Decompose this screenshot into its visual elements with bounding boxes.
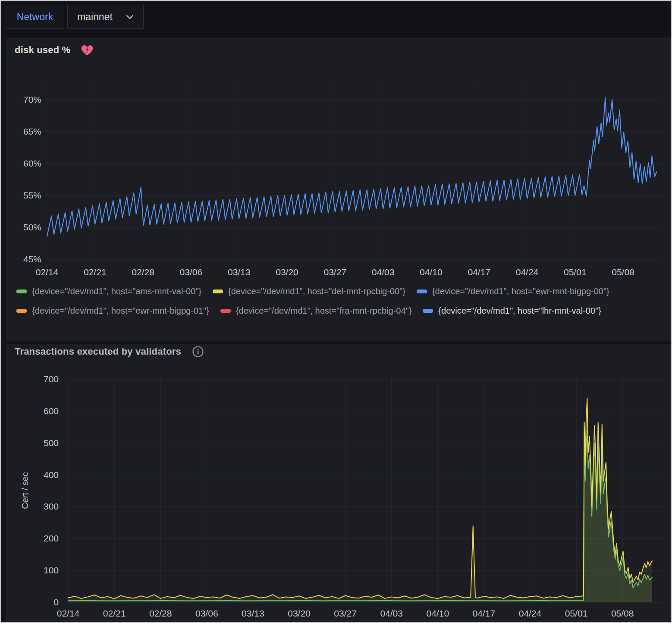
legend-swatch [213, 289, 223, 293]
x-tick-label: 05/08 [602, 608, 643, 619]
y-tick-label: 45% [5, 254, 41, 265]
x-tick-label: 03/06 [186, 608, 227, 619]
transactions-chart[interactable] [7, 344, 670, 620]
legend-label: {device="/dev/md1", host="ams-mnt-val-00… [32, 286, 201, 296]
x-tick-label: 04/10 [417, 608, 458, 619]
legend-item[interactable]: {device="/dev/md1", host="ewr-mnt-bigpg-… [16, 304, 209, 317]
x-tick-label: 02/14 [47, 608, 89, 619]
x-tick-label: 04/03 [362, 267, 404, 278]
network-label: Network [17, 11, 53, 23]
y-tick-label: 400 [22, 469, 59, 481]
y-tick-label: 700 [22, 374, 59, 385]
legend-swatch [417, 289, 427, 293]
x-tick-label: 04/17 [463, 608, 505, 619]
x-tick-label: 05/01 [554, 267, 596, 278]
x-tick-label: 03/13 [232, 608, 273, 619]
x-tick-label: 04/17 [458, 267, 500, 278]
x-tick-label: 04/03 [371, 608, 412, 619]
x-tick-label: 04/24 [509, 608, 551, 619]
legend-label: {device="/dev/md1", host="del-mnt-rpcbig… [228, 286, 405, 296]
y-tick-label: 300 [22, 501, 59, 512]
panel-transactions: Transactions executed by validators Cert… [6, 344, 671, 621]
legend-label: {device="/dev/md1", host="ewr-mnt-bigpg-… [432, 286, 609, 296]
y-tick-label: 65% [5, 126, 41, 137]
x-tick-label: 02/21 [74, 267, 116, 278]
legend-swatch [16, 309, 27, 313]
legend-swatch [16, 289, 27, 293]
x-tick-label: 05/01 [556, 608, 597, 619]
legend-swatch [423, 309, 433, 313]
y-tick-label: 50% [5, 222, 41, 233]
x-tick-label: 05/08 [603, 267, 644, 278]
legend-swatch [220, 309, 231, 313]
legend-item[interactable]: {device="/dev/md1", host="del-mnt-rpcbig… [213, 285, 405, 298]
y-tick-label: 70% [5, 94, 41, 105]
x-tick-label: 04/24 [506, 267, 548, 278]
y-tick-label: 100 [22, 565, 59, 576]
variable-label-network: Network [6, 5, 64, 29]
x-tick-label: 03/20 [267, 267, 308, 278]
y-tick-label: 60% [5, 158, 41, 169]
legend-item[interactable]: {device="/dev/md1", host="ewr-mnt-bigpg-… [417, 285, 609, 298]
x-tick-label: 02/28 [122, 267, 164, 278]
y-tick-label: 600 [22, 406, 59, 417]
x-tick-label: 03/06 [170, 267, 212, 278]
grafana-dashboard: { "header": { "network_label": "Network"… [0, 0, 672, 623]
legend-label: {device="/dev/md1", host="lhr-mnt-val-00… [438, 306, 601, 316]
x-tick-label: 02/21 [94, 608, 135, 619]
legend-item[interactable]: {device="/dev/md1", host="fra-mnt-rpcbig… [220, 304, 412, 317]
x-tick-label: 03/27 [314, 267, 356, 278]
x-tick-label: 02/28 [140, 608, 181, 619]
network-dropdown-value: mainnet [77, 11, 113, 23]
legend: {device="/dev/md1", host="ams-mnt-val-00… [16, 285, 663, 317]
x-tick-label: 03/20 [279, 608, 320, 619]
legend-label: {device="/dev/md1", host="fra-mnt-rpcbig… [236, 306, 412, 316]
legend-label: {device="/dev/md1", host="ewr-mnt-bigpg-… [32, 306, 209, 316]
y-tick-label: 55% [5, 190, 41, 201]
chevron-down-icon [126, 15, 134, 19]
x-tick-label: 02/14 [26, 267, 68, 278]
y-tick-label: 500 [22, 437, 59, 449]
legend-item[interactable]: {device="/dev/md1", host="lhr-mnt-val-00… [423, 304, 601, 317]
legend-item[interactable]: {device="/dev/md1", host="ams-mnt-val-00… [16, 285, 201, 298]
y-tick-label: 200 [22, 533, 59, 544]
x-tick-label: 04/10 [410, 267, 452, 278]
y-tick-label: 0 [22, 597, 59, 608]
x-tick-label: 03/13 [218, 267, 260, 278]
network-dropdown[interactable]: mainnet [67, 5, 144, 29]
x-tick-label: 03/27 [325, 608, 366, 619]
panel-disk-used: disk used % {device="/dev/md1", host="am… [6, 38, 671, 341]
